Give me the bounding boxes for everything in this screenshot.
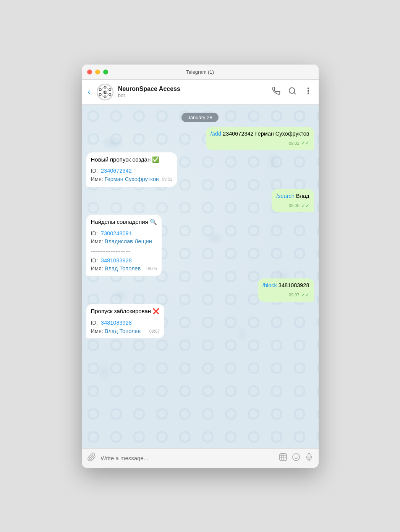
meta-3: 09:05 ✓✓	[276, 202, 309, 210]
name-value-4a: Владислав Лещин	[105, 238, 152, 244]
id-value-4b: 3481083928	[101, 257, 132, 264]
svg-line-18	[294, 92, 295, 94]
bot-name: NeuronSpace Access	[118, 86, 267, 92]
message-4: Найдены совпадения 🔍 ID: 7300248091 Имя:…	[86, 215, 314, 276]
svg-point-19	[308, 88, 309, 89]
search-icon[interactable]	[288, 87, 296, 97]
checkmarks-1: ✓✓	[301, 139, 309, 147]
phone-icon[interactable]	[272, 87, 280, 97]
cmd-5: /block	[262, 282, 277, 288]
id-value-2: 2340672342	[101, 168, 132, 174]
minimize-button[interactable]	[95, 70, 100, 74]
id-row-4a: ID: 7300248091	[91, 230, 157, 238]
bubble-2: Новый пропуск создан ✅ ID: 2340672342 Им…	[86, 152, 177, 187]
name-row-4a: Имя: Владислав Лещин	[91, 238, 157, 246]
message-5: /block 3481083928 09:07 ✓✓	[86, 278, 314, 302]
message-2: Новый пропуск создан ✅ ID: 2340672342 Им…	[86, 152, 314, 187]
header-icons	[272, 87, 313, 97]
microphone-icon[interactable]	[305, 453, 313, 463]
name-row-6: Имя: Влад Тополев 09:07	[91, 327, 160, 336]
message-6: Пропуск заблокирован ❌ ID: 3481083928 Им…	[86, 304, 314, 338]
message-3: /search Влад 09:05 ✓✓	[86, 189, 314, 212]
name-row-2: Имя: Герман Сухофрутков 09:02	[91, 175, 173, 184]
time-4: 09:05	[146, 265, 157, 272]
maximize-button[interactable]	[103, 70, 108, 74]
bot-info: NeuronSpace Access bot	[118, 86, 267, 98]
message-input[interactable]	[101, 455, 274, 461]
id-value-6: 3481083928	[101, 320, 132, 326]
bubble-3: /search Влад 09:05 ✓✓	[272, 189, 314, 212]
attach-icon[interactable]	[87, 453, 96, 464]
cmd-1: /add	[211, 131, 221, 137]
chat-header: ‹ Σ	[82, 80, 319, 105]
separator-4: ------------------------	[91, 247, 157, 255]
meta-5: 09:07 ✓✓	[262, 291, 309, 299]
name-value-2: Герман Сухофрутков	[105, 176, 159, 182]
svg-point-20	[308, 91, 309, 92]
more-icon[interactable]	[304, 87, 313, 97]
name-row-4b: Имя: Влад Тополев 09:05	[91, 265, 157, 273]
time-5: 09:07	[289, 292, 300, 298]
window-controls	[87, 70, 108, 74]
checkmarks-3: ✓✓	[301, 202, 309, 210]
time-6: 09:07	[149, 328, 160, 335]
date-label: January 28	[181, 113, 218, 122]
svg-point-21	[308, 93, 309, 94]
body-5: 3481083928	[277, 282, 309, 288]
body-1: 2340672342 Герман Сухофруктов	[221, 131, 309, 137]
time-3: 09:05	[289, 202, 300, 209]
body-3: Влад	[295, 193, 309, 199]
titlebar: Telegram (1)	[82, 65, 319, 80]
window-title: Telegram (1)	[186, 69, 214, 75]
name-value-4b: Влад Тополев	[105, 265, 141, 272]
date-badge: January 28	[86, 114, 314, 121]
sticker-icon[interactable]	[279, 453, 287, 463]
bubble-5: /block 3481083928 09:07 ✓✓	[258, 278, 314, 302]
avatar: Σ	[97, 84, 113, 100]
message-1: /add 2340672342 Герман Сухофруктов 09:02…	[86, 127, 314, 150]
heading-4: Найдены совпадения 🔍	[91, 218, 157, 226]
close-button[interactable]	[87, 70, 92, 74]
telegram-window: Telegram (1) ‹ Σ	[82, 65, 319, 468]
cmd-3: /search	[276, 193, 295, 199]
bubble-1: /add 2340672342 Герман Сухофруктов 09:02…	[206, 127, 314, 150]
emoji-icon[interactable]	[292, 453, 300, 463]
back-button[interactable]: ‹	[88, 87, 91, 97]
heading-6: Пропуск заблокирован ❌	[91, 307, 160, 316]
meta-1: 09:02 ✓✓	[211, 139, 309, 147]
name-value-6: Влад Тополев	[105, 328, 141, 334]
heading-2: Новый пропуск создан ✅	[91, 155, 173, 164]
checkmarks-5: ✓✓	[301, 291, 309, 299]
id-value-4a: 7300248091	[101, 230, 132, 236]
bubble-4: Найдены совпадения 🔍 ID: 7300248091 Имя:…	[86, 215, 162, 276]
input-area	[82, 448, 319, 468]
id-row-4b: ID: 3481083928	[91, 257, 157, 265]
id-row-2: ID: 2340672342	[91, 167, 173, 175]
svg-point-27	[292, 454, 299, 461]
time-1: 09:02	[289, 140, 300, 147]
bubble-6: Пропуск заблокирован ❌ ID: 3481083928 Им…	[86, 304, 165, 338]
chat-area: January 28 /add 2340672342 Герман Сухофр…	[82, 105, 319, 448]
svg-rect-22	[279, 454, 286, 461]
id-row-6: ID: 3481083928	[91, 319, 160, 327]
bot-status: bot	[118, 92, 267, 98]
time-2: 09:02	[162, 176, 173, 183]
